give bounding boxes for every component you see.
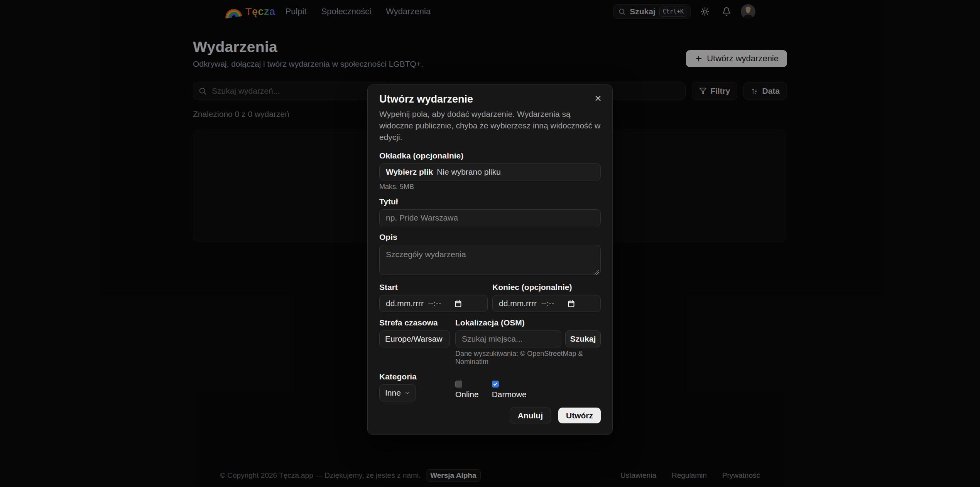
modal-description: Wypełnij pola, aby dodać wydarzenie. Wyd… [379, 108, 601, 143]
timezone-value: Europe/Warsaw [385, 334, 443, 344]
modal-title: Utwórz wydarzenie [379, 93, 601, 105]
start-label: Start [379, 283, 488, 292]
submit-button[interactable]: Utwórz [558, 408, 601, 423]
calendar-icon[interactable] [567, 300, 575, 308]
location-search-input[interactable] [455, 330, 561, 347]
location-attribution: Dane wyszukiwania: © OpenStreetMap & Nom… [455, 350, 601, 366]
end-label: Koniec (opcjonalnie) [492, 283, 601, 292]
timezone-select[interactable]: Europe/Warsaw [379, 330, 450, 347]
end-datetime-value: dd.mm.rrrr --:-- [499, 299, 554, 308]
event-description-textarea[interactable] [379, 245, 601, 275]
chevron-down-icon [404, 389, 411, 396]
cover-label: Okładka (opcjonalnie) [379, 151, 601, 160]
create-event-modal: Utwórz wydarzenie Wypełnij pola, aby dod… [367, 84, 613, 435]
free-checkbox-label[interactable]: Darmowe [492, 390, 527, 399]
category-value: Inne [385, 388, 401, 398]
online-checkbox[interactable] [455, 381, 462, 388]
close-icon [594, 94, 602, 103]
event-title-input[interactable] [379, 209, 601, 226]
resize-handle[interactable] [594, 270, 599, 275]
file-status-text: Nie wybrano pliku [437, 167, 501, 177]
timezone-label: Strefa czasowa [379, 318, 450, 327]
start-datetime-input[interactable]: dd.mm.rrrr --:-- [379, 295, 488, 312]
cover-hint: Maks. 5MB [379, 183, 601, 191]
cancel-button[interactable]: Anuluj [510, 408, 551, 423]
calendar-icon[interactable] [454, 300, 462, 308]
title-label: Tytuł [379, 197, 601, 206]
online-checkbox-label[interactable]: Online [455, 390, 479, 399]
cover-file-input[interactable]: Wybierz plik Nie wybrano pliku [379, 163, 601, 180]
start-datetime-value: dd.mm.rrrr --:-- [386, 299, 441, 308]
category-label: Kategoria [379, 372, 450, 381]
location-label: Lokalizacja (OSM) [455, 318, 601, 327]
location-search-button[interactable]: Szukaj [565, 330, 601, 347]
end-datetime-input[interactable]: dd.mm.rrrr --:-- [492, 295, 601, 312]
modal-close-button[interactable] [592, 93, 604, 104]
category-select[interactable]: Inne [379, 384, 416, 401]
description-label: Opis [379, 233, 601, 242]
free-checkbox[interactable] [492, 381, 499, 388]
file-choose-button[interactable]: Wybierz plik [386, 167, 433, 177]
